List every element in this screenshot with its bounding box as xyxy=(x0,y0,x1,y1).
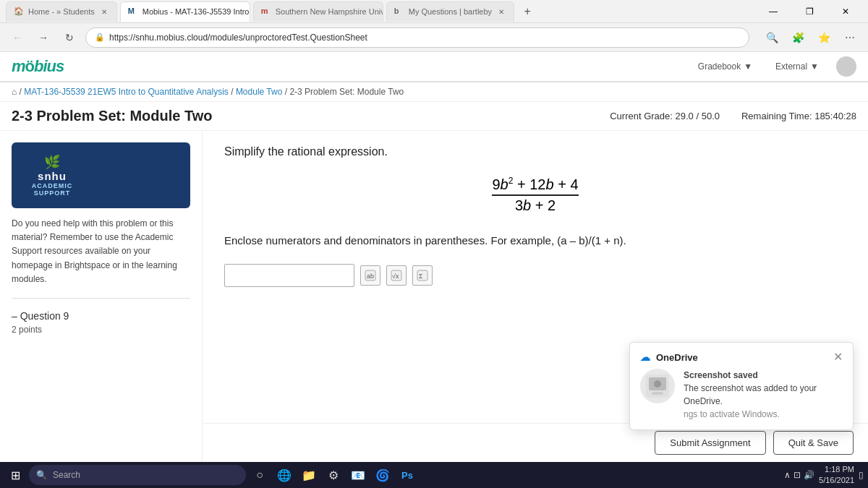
remaining-time-value: 185:40:28 xyxy=(814,111,856,121)
network-icon: ∧ xyxy=(784,470,791,480)
academic-support-card: 🌿 snhu ACADEMIC SUPPORT xyxy=(12,142,190,208)
grade-info: Current Grade: 29.0 / 50.0 Remaining Tim… xyxy=(610,111,856,121)
divider xyxy=(12,298,190,299)
extensions-icon[interactable]: 🧩 xyxy=(787,27,809,48)
gradebook-button[interactable]: Gradebook ▼ xyxy=(692,59,758,74)
taskbar-search[interactable]: 🔍 Search xyxy=(29,465,246,485)
academic-support-description: Do you need help with this problem or th… xyxy=(12,217,190,286)
toast-close-button[interactable]: ✕ xyxy=(833,351,843,363)
math-expression: 9b2 + 12b + 4 3b + 2 xyxy=(224,176,846,214)
browser-titlebar: 🏠 Home - » Students ✕ M Mobius - MAT-136… xyxy=(0,0,868,23)
breadcrumb-module[interactable]: Module Two xyxy=(236,87,282,97)
battery-icon: ⊡ xyxy=(793,470,801,480)
toolbar-right: 🔍 🧩 ⭐ ⋯ xyxy=(761,27,861,48)
quit-save-button[interactable]: Quit & Save xyxy=(773,431,854,455)
remaining-time-label: Remaining Time: xyxy=(741,111,812,121)
current-grade: Current Grade: 29.0 / 50.0 xyxy=(610,111,720,121)
user-avatar[interactable] xyxy=(836,56,856,77)
tab-bartleby-close[interactable]: ✕ xyxy=(496,7,506,17)
maximize-button[interactable]: ❐ xyxy=(793,1,826,22)
denominator: 3b + 2 xyxy=(492,196,578,214)
onedrive-notification: ☁ OneDrive ✕ Screenshot saved The screen… xyxy=(629,342,854,430)
taskbar-time: 1:18 PM 5/16/2021 xyxy=(819,464,854,487)
math-button-3[interactable]: Σ xyxy=(412,265,433,286)
taskbar: ⊞ 🔍 Search ○ 🌐 📁 ⚙ 📧 🌀 Ps ∧ ⊡ 🔊 1:18 PM … xyxy=(0,462,868,488)
address-bar-area: ← → ↻ 🔒 https://snhu.mobius.cloud/module… xyxy=(0,23,868,52)
breadcrumb-separator2: / xyxy=(231,87,236,97)
tab-mobius[interactable]: M Mobius - MAT-136-J5539 Intro t... ✕ xyxy=(120,1,250,22)
breadcrumb: ⌂ / MAT-136-J5539 21EW5 Intro to Quantit… xyxy=(0,82,868,102)
taskbar-edge[interactable]: 🌐 xyxy=(273,465,295,485)
breadcrumb-current: 2-3 Problem Set: Module Two xyxy=(289,87,404,97)
taskbar-cortana[interactable]: ○ xyxy=(249,465,271,485)
taskbar-search-label: Search xyxy=(53,470,80,480)
window-controls: — ❐ ✕ xyxy=(757,1,862,22)
favorites-icon[interactable]: ⭐ xyxy=(813,27,835,48)
clock-date: 5/16/2021 xyxy=(819,475,854,486)
volume-icon: 🔊 xyxy=(804,470,814,480)
start-button[interactable]: ⊞ xyxy=(4,465,26,485)
chevron-down-icon: ▼ xyxy=(744,61,752,72)
forward-button[interactable]: → xyxy=(33,27,54,48)
tab-mobius-label: Mobius - MAT-136-J5539 Intro t... xyxy=(142,7,250,16)
toast-title: ☁ OneDrive xyxy=(640,351,698,363)
url-bar[interactable]: 🔒 https://snhu.mobius.cloud/modules/unpr… xyxy=(85,27,749,48)
math-button-2[interactable]: √x xyxy=(386,265,407,286)
refresh-button[interactable]: ↻ xyxy=(59,27,80,48)
breadcrumb-course[interactable]: MAT-136-J5539 21EW5 Intro to Quantitativ… xyxy=(24,87,229,97)
onedrive-icon: ☁ xyxy=(640,351,650,363)
tab-home[interactable]: 🏠 Home - » Students ✕ xyxy=(6,1,117,22)
tab-snhu-favicon: m xyxy=(261,7,271,17)
current-grade-value: 29.0 / 50.0 xyxy=(676,111,720,121)
tab-bartleby-favicon: b xyxy=(394,7,404,17)
screenshot-icon xyxy=(644,373,671,399)
tab-bartleby[interactable]: b My Questions | bartleby ✕ xyxy=(386,1,514,22)
svg-rect-9 xyxy=(652,392,663,395)
tab-home-favicon: 🏠 xyxy=(14,7,24,17)
points-label: 2 points xyxy=(12,325,190,335)
toast-content: Screenshot saved The screenshot was adde… xyxy=(684,369,843,421)
onedrive-title-text: OneDrive xyxy=(656,352,698,363)
taskbar-right: ∧ ⊡ 🔊 1:18 PM 5/16/2021 ▯ xyxy=(784,464,864,487)
search-icon[interactable]: 🔍 xyxy=(761,27,783,48)
submit-assignment-button[interactable]: Submit Assignment xyxy=(655,431,765,455)
tab-mobius-favicon: M xyxy=(128,7,138,17)
app-logo: möbius xyxy=(12,57,64,76)
back-button[interactable]: ← xyxy=(7,27,27,48)
left-panel: 🌿 snhu ACADEMIC SUPPORT Do you need help… xyxy=(0,131,203,483)
toast-screenshot-saved: Screenshot saved xyxy=(684,370,758,380)
show-desktop-icon[interactable]: ▯ xyxy=(859,470,864,480)
taskbar-app1[interactable]: 📧 xyxy=(347,465,369,485)
page-title: 2-3 Problem Set: Module Two xyxy=(12,108,212,124)
home-icon[interactable]: ⌂ xyxy=(12,87,17,97)
taskbar-ps[interactable]: Ps xyxy=(396,465,418,485)
toast-activate-text: ngs to activate Windows. xyxy=(684,409,780,419)
fraction: 9b2 + 12b + 4 3b + 2 xyxy=(492,176,578,214)
snhu-leaf-icon: 🌿 xyxy=(23,154,81,170)
taskbar-chrome[interactable]: ⚙ xyxy=(323,465,344,485)
settings-icon[interactable]: ⋯ xyxy=(839,27,861,48)
snhu-subtitle: ACADEMIC SUPPORT xyxy=(23,182,81,197)
answer-input[interactable] xyxy=(224,264,354,287)
tab-snhu[interactable]: m Southern New Hampshire Unive... ✕ xyxy=(253,1,383,22)
tab-home-close[interactable]: ✕ xyxy=(99,7,109,17)
math-button-1[interactable]: ab xyxy=(360,265,380,286)
add-tab-button[interactable]: + xyxy=(517,1,537,22)
tab-bartleby-label: My Questions | bartleby xyxy=(409,7,492,16)
close-button[interactable]: ✕ xyxy=(829,1,862,22)
chevron-down-icon-2: ▼ xyxy=(810,61,819,72)
tab-home-label: Home - » Students xyxy=(28,7,95,16)
toast-description: The screenshot was added to your OneDriv… xyxy=(684,383,817,406)
toast-body: Screenshot saved The screenshot was adde… xyxy=(640,369,843,421)
page-header: 2-3 Problem Set: Module Two Current Grad… xyxy=(0,102,868,131)
svg-point-8 xyxy=(654,380,661,388)
minimize-button[interactable]: — xyxy=(757,1,790,22)
gradebook-label: Gradebook xyxy=(698,61,741,72)
svg-text:ab: ab xyxy=(367,273,374,280)
url-text: https://snhu.mobius.cloud/modules/unproc… xyxy=(109,33,367,43)
taskbar-app2[interactable]: 🌀 xyxy=(372,465,393,485)
answer-area: ab √x Σ xyxy=(224,264,846,287)
taskbar-file-explorer[interactable]: 📁 xyxy=(298,465,320,485)
external-button[interactable]: External ▼ xyxy=(770,59,825,74)
search-icon: 🔍 xyxy=(36,470,47,480)
